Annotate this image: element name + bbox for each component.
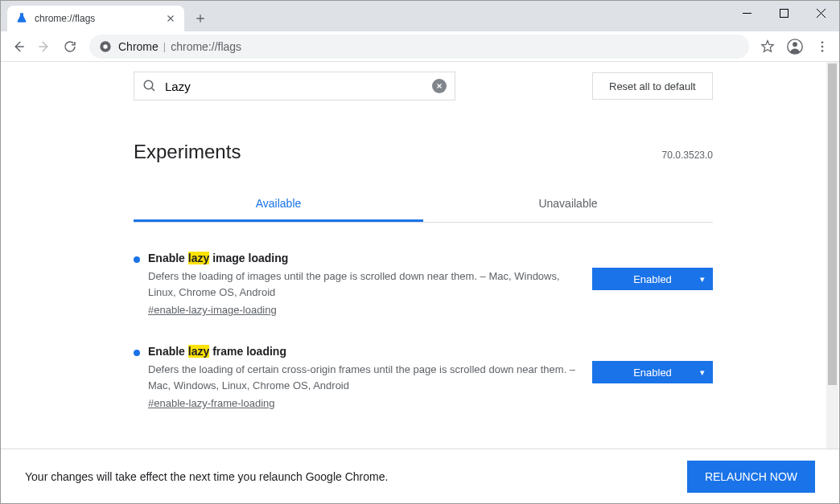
flag-dropdown-value: Enabled	[633, 273, 672, 285]
minimize-button[interactable]	[728, 1, 765, 25]
tab-unavailable[interactable]: Unavailable	[423, 187, 713, 222]
page-title: Experiments	[134, 141, 241, 163]
omnibox-url: chrome://flags	[171, 40, 739, 53]
address-bar[interactable]: Chrome | chrome://flags	[89, 35, 749, 59]
footer-bar: Your changes will take effect the next t…	[1, 449, 839, 503]
flask-icon	[15, 12, 28, 25]
svg-rect-0	[780, 9, 788, 17]
flag-title: Enable lazy frame loading	[148, 345, 576, 358]
search-row: Reset all to default	[134, 72, 713, 100]
toolbar: Chrome | chrome://flags	[1, 31, 839, 62]
tab-available[interactable]: Available	[134, 187, 423, 222]
tabs: Available Unavailable	[134, 187, 713, 223]
clear-search-icon[interactable]	[432, 79, 447, 93]
flag-title: Enable lazy image loading	[148, 252, 576, 264]
bookmark-star-icon[interactable]	[756, 35, 780, 59]
chrome-icon	[99, 40, 112, 53]
svg-point-6	[821, 45, 824, 47]
content-area: Reset all to default Experiments 70.0.35…	[1, 62, 839, 503]
scrollbar-thumb[interactable]	[828, 64, 837, 385]
omnibox-prefix: Chrome	[118, 40, 159, 53]
svg-point-8	[144, 80, 153, 89]
modified-dot-icon	[134, 256, 140, 263]
search-input[interactable]	[165, 80, 432, 93]
titlebar: chrome://flags	[1, 1, 839, 31]
search-highlight: lazy	[188, 252, 209, 264]
flag-description: Defers the loading of certain cross-orig…	[148, 362, 576, 393]
svg-point-4	[793, 42, 797, 47]
search-icon	[142, 79, 157, 93]
close-window-button[interactable]	[802, 1, 839, 25]
omnibox-separator: |	[163, 40, 166, 52]
relaunch-button[interactable]: RELAUNCH NOW	[687, 461, 815, 493]
scrollbar[interactable]	[826, 62, 838, 449]
back-button[interactable]	[6, 34, 31, 59]
menu-dots-icon[interactable]	[810, 35, 834, 59]
browser-tab[interactable]: chrome://flags	[7, 6, 184, 31]
reload-button[interactable]	[57, 34, 83, 59]
flag-anchor-link[interactable]: #enable-lazy-frame-loading	[148, 397, 275, 409]
flag-anchor-link[interactable]: #enable-lazy-image-loading	[148, 304, 277, 316]
tab-title: chrome://flags	[35, 13, 165, 24]
window-controls	[728, 1, 839, 25]
flag-description: Defers the loading of images until the p…	[148, 268, 576, 300]
flag-dropdown[interactable]: Enabled	[592, 361, 713, 383]
maximize-button[interactable]	[765, 1, 802, 25]
new-tab-button[interactable]	[189, 7, 212, 30]
version-label: 70.0.3523.0	[662, 150, 713, 161]
svg-point-2	[103, 44, 107, 48]
flag-body: Enable lazy image loading Defers the loa…	[148, 252, 592, 316]
svg-point-5	[821, 41, 824, 43]
flag-dropdown[interactable]: Enabled	[592, 268, 713, 290]
search-highlight: lazy	[188, 345, 209, 358]
modified-dot-icon	[134, 350, 140, 356]
reset-all-button[interactable]: Reset all to default	[592, 72, 713, 100]
close-icon[interactable]	[165, 13, 176, 24]
flag-dropdown-value: Enabled	[633, 367, 672, 379]
profile-avatar-icon[interactable]	[783, 35, 807, 59]
forward-button[interactable]	[31, 34, 57, 59]
heading-row: Experiments 70.0.3523.0	[134, 141, 713, 163]
flag-item: Enable lazy frame loading Defers the loa…	[134, 345, 713, 409]
footer-text: Your changes will take effect the next t…	[25, 470, 388, 483]
flag-body: Enable lazy frame loading Defers the loa…	[148, 345, 592, 409]
page: Reset all to default Experiments 70.0.35…	[134, 62, 713, 409]
flag-item: Enable lazy image loading Defers the loa…	[134, 252, 713, 316]
search-box[interactable]	[134, 72, 455, 100]
svg-point-7	[821, 49, 824, 51]
